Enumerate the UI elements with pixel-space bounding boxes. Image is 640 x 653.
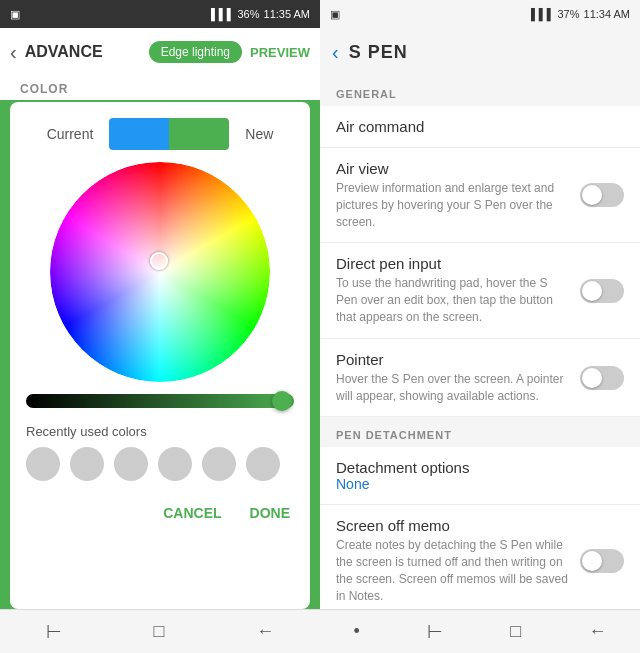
- color-section-label: COLOR: [0, 76, 320, 100]
- settings-scroll[interactable]: GENERAL Air command Air view Preview inf…: [320, 76, 640, 609]
- recently-used-label: Recently used colors: [26, 424, 294, 439]
- left-signal: ▌▌▌ 36%: [211, 8, 259, 20]
- left-nav-home[interactable]: □: [154, 621, 165, 642]
- pointer-toggle[interactable]: [580, 366, 624, 390]
- left-status-bar: ▣ ▌▌▌ 36% 11:35 AM: [0, 0, 320, 28]
- right-nav-dot: •: [354, 621, 360, 642]
- color-wheel-indicator[interactable]: [150, 252, 168, 270]
- direct-pen-desc: To use the handwriting pad, hover the S …: [336, 275, 568, 325]
- swatch-new: [169, 118, 229, 150]
- right-nav-recent[interactable]: ⊢: [427, 621, 443, 643]
- pointer-desc: Hover the S Pen over the screen. A point…: [336, 371, 568, 405]
- screen-off-desc: Create notes by detaching the S Pen whil…: [336, 537, 568, 604]
- recent-color-2[interactable]: [70, 447, 104, 481]
- setting-detachment-options[interactable]: Detachment options None: [320, 447, 640, 505]
- cancel-button[interactable]: CANCEL: [159, 497, 225, 529]
- brightness-track: [26, 394, 294, 408]
- current-label: Current: [47, 126, 94, 142]
- right-signal: ▌▌▌ 37%: [531, 8, 579, 20]
- recently-used-section: Recently used colors: [26, 424, 294, 481]
- recent-color-5[interactable]: [202, 447, 236, 481]
- air-view-content: Air view Preview information and enlarge…: [336, 160, 580, 230]
- new-label: New: [245, 126, 273, 142]
- air-view-toggle[interactable]: [580, 183, 624, 207]
- detachment-content: Detachment options None: [336, 459, 624, 492]
- right-panel: ▣ ▌▌▌ 37% 11:34 AM ‹ S PEN GENERAL Air c…: [320, 0, 640, 653]
- left-status-right: ▌▌▌ 36% 11:35 AM: [211, 8, 310, 20]
- color-swatch: [109, 118, 229, 150]
- pointer-title: Pointer: [336, 351, 568, 368]
- screen-off-toggle[interactable]: [580, 549, 624, 573]
- pointer-content: Pointer Hover the S Pen over the screen.…: [336, 351, 580, 405]
- right-status-bar: ▣ ▌▌▌ 37% 11:34 AM: [320, 0, 640, 28]
- air-command-title: Air command: [336, 118, 612, 135]
- edge-lighting-badge[interactable]: Edge lighting: [149, 41, 242, 63]
- direct-pen-toggle[interactable]: [580, 279, 624, 303]
- detachment-title: Detachment options: [336, 459, 612, 476]
- left-time: 11:35 AM: [264, 8, 310, 20]
- setting-air-command[interactable]: Air command: [320, 106, 640, 148]
- brightness-thumb[interactable]: [272, 391, 292, 411]
- pointer-toggle-knob: [582, 368, 602, 388]
- section-pen-detachment: PEN DETACHMENT: [320, 417, 640, 447]
- color-wheel-wrapper[interactable]: [50, 162, 270, 382]
- setting-pointer[interactable]: Pointer Hover the S Pen over the screen.…: [320, 339, 640, 418]
- swatch-current: [109, 118, 169, 150]
- recent-color-1[interactable]: [26, 447, 60, 481]
- brightness-slider[interactable]: [26, 394, 294, 412]
- direct-pen-toggle-knob: [582, 281, 602, 301]
- setting-air-view[interactable]: Air view Preview information and enlarge…: [320, 148, 640, 243]
- left-bottom-nav: ⊢ □ ←: [0, 609, 320, 653]
- left-panel: ▣ ▌▌▌ 36% 11:35 AM ‹ ADVANCE Edge lighti…: [0, 0, 320, 653]
- setting-direct-pen-input[interactable]: Direct pen input To use the handwriting …: [320, 243, 640, 338]
- air-view-title: Air view: [336, 160, 568, 177]
- color-picker-buttons: CANCEL DONE: [26, 493, 294, 529]
- right-nav-home[interactable]: □: [510, 621, 521, 642]
- right-nav-back[interactable]: ←: [588, 621, 606, 642]
- recent-color-4[interactable]: [158, 447, 192, 481]
- done-button[interactable]: DONE: [246, 497, 294, 529]
- recent-color-3[interactable]: [114, 447, 148, 481]
- left-header: ‹ ADVANCE Edge lighting PREVIEW: [0, 28, 320, 76]
- right-status-right: ▌▌▌ 37% 11:34 AM: [531, 8, 630, 20]
- left-header-title: ADVANCE: [25, 43, 141, 61]
- air-view-desc: Preview information and enlarge text and…: [336, 180, 568, 230]
- detachment-link[interactable]: None: [336, 476, 612, 492]
- left-nav-recent[interactable]: ⊢: [46, 621, 62, 643]
- right-status-left-icon: ▣: [330, 8, 340, 21]
- air-view-toggle-knob: [582, 185, 602, 205]
- setting-screen-off-memo[interactable]: Screen off memo Create notes by detachin…: [320, 505, 640, 609]
- right-header: ‹ S PEN: [320, 28, 640, 76]
- recent-color-6[interactable]: [246, 447, 280, 481]
- left-status-left-icon: ▣: [10, 8, 20, 21]
- screen-off-title: Screen off memo: [336, 517, 568, 534]
- left-nav-back[interactable]: ←: [256, 621, 274, 642]
- preview-button[interactable]: PREVIEW: [250, 45, 310, 60]
- color-picker-card: Current New: [10, 102, 310, 609]
- page-title: S PEN: [349, 42, 408, 63]
- section-general: GENERAL: [320, 76, 640, 106]
- screen-off-content: Screen off memo Create notes by detachin…: [336, 517, 580, 604]
- screen-off-toggle-knob: [582, 551, 602, 571]
- right-bottom-nav: • ⊢ □ ←: [320, 609, 640, 653]
- recently-used-circles: [26, 447, 294, 481]
- color-swatch-row: Current New: [26, 118, 294, 150]
- right-back-button[interactable]: ‹: [332, 41, 339, 64]
- direct-pen-title: Direct pen input: [336, 255, 568, 272]
- left-back-button[interactable]: ‹: [10, 41, 17, 64]
- air-command-content: Air command: [336, 118, 624, 135]
- direct-pen-content: Direct pen input To use the handwriting …: [336, 255, 580, 325]
- right-time: 11:34 AM: [584, 8, 630, 20]
